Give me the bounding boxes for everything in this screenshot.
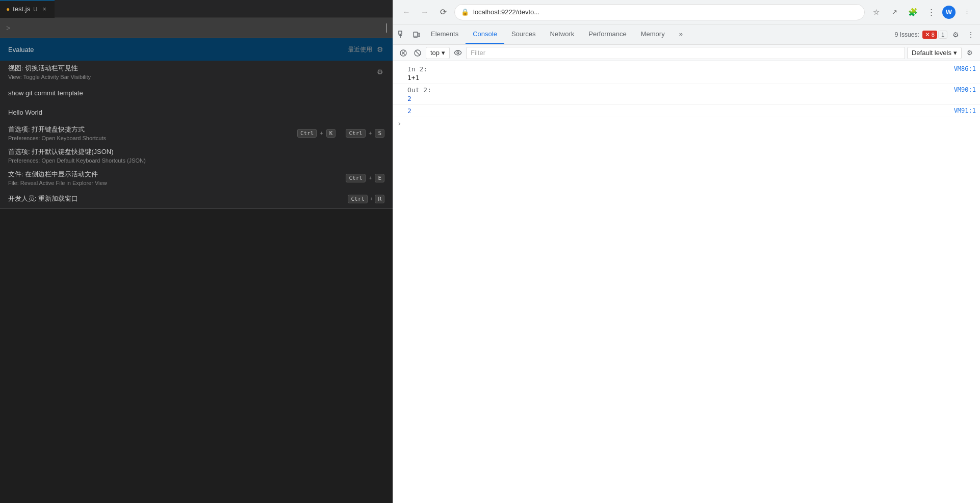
log-level-selector[interactable]: Default levels ▾ xyxy=(907,47,962,59)
cursor-blink xyxy=(386,23,386,33)
entry-in2-source[interactable]: VM86:1 xyxy=(946,65,976,72)
kbd-ctrl2: Ctrl xyxy=(346,129,366,138)
cmd-item-toggle-activity-bar-main: 视图: 切换活动栏可见性 xyxy=(8,64,91,73)
inspect-element-button[interactable] xyxy=(395,28,409,42)
command-palette-overlay: Evaluate 最近使用 ⚙ 视图: 切换活动栏可见性 View: Toggl… xyxy=(0,18,393,503)
command-palette-input[interactable] xyxy=(6,24,385,32)
command-palette-input-bar xyxy=(0,18,393,38)
cmd-item-default-kbd[interactable]: 首选项: 打开默认键盘快捷键(JSON) Preferences: Open D… xyxy=(0,144,393,167)
extensions-button[interactable]: 🧩 xyxy=(906,5,920,19)
tab-modified-dot: U xyxy=(33,5,37,13)
browser-toolbar: ← → ⟳ 🔒 localhost:9222/devto... ☆ ↗ 🧩 ⋮ … xyxy=(393,0,980,24)
kbd-e: E xyxy=(375,174,384,182)
kbd-s: S xyxy=(375,129,384,138)
context-selector[interactable]: top ▾ xyxy=(426,47,450,59)
bookmark-button[interactable]: ☆ xyxy=(869,5,883,19)
console-entry-out2: Out 2: 2 VM90:1 xyxy=(393,84,980,105)
kbd-ctrl-reveal: Ctrl xyxy=(346,174,366,182)
cmd-item-default-kbd-sub: Preferences: Open Default Keyboard Short… xyxy=(8,157,146,164)
cmd-item-evaluate-label: Evaluate xyxy=(8,46,34,54)
kbd-ctrl1: Ctrl xyxy=(297,129,317,138)
entry-in2-value: 1+1 xyxy=(407,74,946,82)
vscode-panel: ● test.js U × 1 /* esli 2 1+1 3 💡 4 var … xyxy=(0,0,393,503)
cmd-recent-label: 最近使用 xyxy=(348,45,372,54)
cmd-item-hello-world[interactable]: Hello World xyxy=(0,102,393,122)
entry-out2-value: 2 xyxy=(407,95,946,102)
cmd-item-keyboard-shortcuts-main: 首选项: 打开键盘快捷方式 xyxy=(8,125,106,134)
issues-label: 9 Issues: xyxy=(895,31,919,38)
cmd-item-default-kbd-main: 首选项: 打开默认键盘快捷键(JSON) xyxy=(8,147,146,156)
kbd-r: R xyxy=(375,195,384,203)
cmd-gear-icon-evaluate[interactable]: ⚙ xyxy=(375,45,384,54)
context-chevron-icon: ▾ xyxy=(442,49,445,57)
active-tab[interactable]: ● test.js U × xyxy=(0,0,55,18)
eye-icon-button[interactable] xyxy=(452,47,464,59)
reload-button[interactable]: ⟳ xyxy=(436,5,450,19)
cmd-item-evaluate[interactable]: Evaluate 最近使用 ⚙ xyxy=(0,38,393,61)
cmd-item-reveal-file-main: 文件: 在侧边栏中显示活动文件 xyxy=(8,170,107,179)
command-palette-dropdown: Evaluate 最近使用 ⚙ 视图: 切换活动栏可见性 View: Toggl… xyxy=(0,38,393,209)
clear-console-button[interactable] xyxy=(397,47,409,59)
entry-out2-label: Out 2: xyxy=(407,86,946,94)
cmd-gear-icon-toggle[interactable]: ⚙ xyxy=(375,67,384,76)
console-toolbar: top ▾ Default levels ▾ ⚙ xyxy=(393,45,980,61)
cmd-item-keyboard-shortcuts-sub: Preferences: Open Keyboard Shortcuts xyxy=(8,135,106,141)
devtools-main: Elements Console Sources Network Perform… xyxy=(393,24,980,503)
tab-network[interactable]: Network xyxy=(543,25,582,44)
cmd-item-reveal-file[interactable]: 文件: 在侧边栏中显示活动文件 File: Reveal Active File… xyxy=(0,167,393,189)
kbd-ctrl-reload: Ctrl xyxy=(348,195,368,203)
tab-performance[interactable]: Performance xyxy=(581,25,633,44)
cmd-item-git-commit[interactable]: show git commit template xyxy=(0,83,393,102)
devtools-tabs-bar: Elements Console Sources Network Perform… xyxy=(393,24,980,45)
warn-badge[interactable]: 1 xyxy=(938,31,947,39)
entry-val2-value: 2 xyxy=(407,107,946,115)
log-level-label: Default levels xyxy=(912,49,951,57)
share-button[interactable]: ↗ xyxy=(887,5,901,19)
forward-button[interactable]: → xyxy=(418,5,432,19)
profile-avatar[interactable]: W xyxy=(942,6,956,19)
error-badge[interactable]: ✕ 8 xyxy=(922,31,937,39)
tab-icon: ● xyxy=(6,6,10,13)
console-entry-in2: In 2: 1+1 VM86:1 xyxy=(393,63,980,84)
cmd-item-reload-window-label: 开发人员: 重新加载窗口 xyxy=(8,194,78,203)
entry-out2-source[interactable]: VM90:1 xyxy=(946,86,976,93)
cmd-item-keyboard-shortcuts[interactable]: 首选项: 打开键盘快捷方式 Preferences: Open Keyboard… xyxy=(0,122,393,144)
console-prompt-line[interactable]: › xyxy=(393,117,980,129)
more-button[interactable]: ⋮ xyxy=(924,5,938,19)
lock-icon: 🔒 xyxy=(461,8,469,16)
devtools-settings-button[interactable]: ⚙ xyxy=(948,28,963,42)
address-bar[interactable]: 🔒 localhost:9222/devto... xyxy=(454,4,865,20)
chrome-menu-button[interactable]: ⋮ xyxy=(960,5,974,19)
devtools-panel: ← → ⟳ 🔒 localhost:9222/devto... ☆ ↗ 🧩 ⋮ … xyxy=(393,0,980,503)
tab-filename: test.js xyxy=(13,5,30,13)
editor-area[interactable]: 1 /* esli 2 1+1 3 💡 4 var a = 5 var b = … xyxy=(0,18,393,503)
devtools-more-button[interactable]: ⋮ xyxy=(964,28,978,42)
log-level-chevron-icon: ▾ xyxy=(953,49,957,57)
cmd-item-reveal-file-sub: File: Reveal Active File in Explorer Vie… xyxy=(8,180,107,186)
tab-more[interactable]: » xyxy=(672,25,690,44)
context-label: top xyxy=(430,49,440,57)
filter-input[interactable] xyxy=(466,47,905,59)
console-entry-val2: 2 VM91:1 xyxy=(393,105,980,117)
svg-point-11 xyxy=(457,52,459,54)
cmd-item-toggle-activity-bar[interactable]: 视图: 切换活动栏可见性 View: Toggle Activity Bar V… xyxy=(0,61,393,83)
tab-close-button[interactable]: × xyxy=(40,5,48,13)
console-output: In 2: 1+1 VM86:1 Out 2: 2 VM90:1 2 xyxy=(393,61,980,503)
cmd-item-git-commit-label: show git commit template xyxy=(8,89,83,97)
console-settings-button[interactable]: ⚙ xyxy=(964,47,976,59)
svg-rect-4 xyxy=(418,33,420,37)
entry-in2-label: In 2: xyxy=(407,65,946,73)
tab-console[interactable]: Console xyxy=(466,25,504,44)
cmd-item-hello-world-label: Hello World xyxy=(8,109,42,116)
back-button[interactable]: ← xyxy=(399,5,414,19)
tab-elements[interactable]: Elements xyxy=(424,25,466,44)
prompt-arrow-icon: › xyxy=(397,119,401,127)
block-icon-button[interactable] xyxy=(411,47,424,59)
entry-val2-source[interactable]: VM91:1 xyxy=(946,107,976,114)
device-toolbar-button[interactable] xyxy=(409,28,424,42)
tab-bar: ● test.js U × xyxy=(0,0,393,18)
kbd-k: K xyxy=(326,129,336,138)
tab-sources[interactable]: Sources xyxy=(504,25,543,44)
tab-memory[interactable]: Memory xyxy=(634,25,672,44)
cmd-item-reload-window[interactable]: 开发人员: 重新加载窗口 Ctrl + R xyxy=(0,189,393,208)
